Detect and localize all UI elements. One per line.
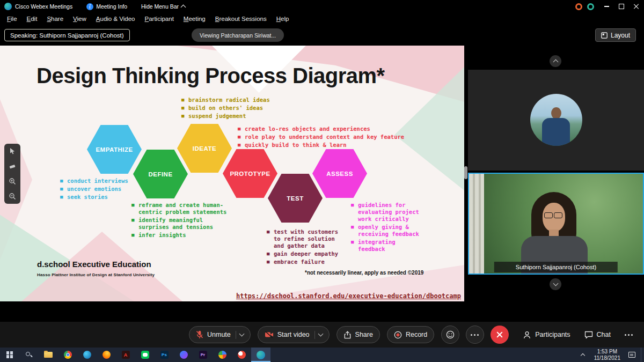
active-speaker-name: Suthiporn Sajjapanroj (Cohost) xyxy=(494,262,618,272)
menu-meeting[interactable]: Meeting xyxy=(179,16,210,22)
chat-icon xyxy=(584,331,593,339)
videos-collapse-button[interactable] xyxy=(550,55,561,67)
hexagon-ideate: IDEATE xyxy=(177,124,232,173)
viewing-text: Viewing Patcharapan Siriwat... xyxy=(200,32,276,39)
bullet-item: gain deeper empathy xyxy=(267,250,347,257)
show-desktop-button[interactable] xyxy=(641,348,644,362)
chevron-down-icon[interactable] xyxy=(239,331,244,337)
unmute-button[interactable]: Unmute xyxy=(189,326,251,343)
minimize-icon xyxy=(604,6,609,7)
zoom-in-button[interactable] xyxy=(6,175,18,187)
tray-expand-button[interactable] xyxy=(576,348,590,362)
viewing-indicator: Viewing Patcharapan Siriwat... xyxy=(192,28,284,42)
speaking-text: Speaking: Suthiporn Sajjapanroj (Cohost) xyxy=(10,32,124,39)
taskbar-google[interactable] xyxy=(213,348,232,362)
minimize-button[interactable] xyxy=(599,0,614,13)
google-icon xyxy=(218,351,226,359)
account-icon[interactable] xyxy=(587,3,594,10)
titlebar: Cisco Webex Meetings Meeting Info Hide M… xyxy=(0,0,644,13)
annotate-pointer-button[interactable] xyxy=(6,145,18,157)
meeting-info-icon xyxy=(86,3,93,10)
hexagon-label: IDEATE xyxy=(193,145,216,152)
ideate-bullets: brainstorm radical ideas build on others… xyxy=(181,97,326,121)
video-tile-participant[interactable] xyxy=(468,70,644,171)
reactions-button[interactable] xyxy=(441,326,459,344)
button-divider xyxy=(314,331,315,339)
participants-label: Participants xyxy=(535,331,570,338)
bullet-item: brainstorm radical ideas xyxy=(181,97,326,104)
share-label: Share xyxy=(355,331,373,338)
speaking-indicator: Speaking: Suthiporn Sajjapanroj (Cohost) xyxy=(4,29,130,41)
taskbar-search-button[interactable] xyxy=(19,348,39,362)
taskbar-webex-active[interactable] xyxy=(251,348,270,362)
action-center-button[interactable] xyxy=(625,348,639,362)
bullet-item: create lo-res objects and experiences xyxy=(238,125,423,132)
avatar-figure xyxy=(542,118,570,146)
more-options-button[interactable] xyxy=(466,326,484,344)
taskbar-line[interactable] xyxy=(135,348,155,362)
videos-next-button[interactable] xyxy=(550,278,561,290)
hexagon-label: TEST xyxy=(287,195,303,202)
start-button[interactable] xyxy=(0,348,19,362)
close-button[interactable] xyxy=(629,0,644,13)
search-icon xyxy=(25,351,33,359)
clock-date: 11/18/2021 xyxy=(594,355,620,361)
more-icon xyxy=(471,334,479,336)
taskbar-firefox[interactable] xyxy=(97,348,116,362)
participants-button[interactable]: Participants xyxy=(523,331,570,339)
chevron-down-icon[interactable] xyxy=(318,331,323,337)
notification-icon xyxy=(628,352,635,358)
chevron-up-icon xyxy=(580,353,584,358)
taskbar-edge[interactable] xyxy=(77,348,97,362)
taskbar-photoshop[interactable] xyxy=(155,348,174,362)
share-button[interactable]: Share xyxy=(336,326,380,343)
empathize-bullets: conduct interviews uncover emotions seek… xyxy=(60,178,141,202)
taskbar-file-explorer[interactable] xyxy=(39,348,58,362)
button-divider xyxy=(236,331,236,339)
avatar-figure xyxy=(551,107,561,119)
bullet-item: openly giving & receiving feedback xyxy=(351,224,423,238)
bullet-item: quickly build to think & learn xyxy=(238,142,423,149)
taskbar-acrobat[interactable] xyxy=(116,348,135,362)
menu-audio-video[interactable]: Audio & Video xyxy=(91,16,140,22)
start-video-label: Start video xyxy=(277,331,310,338)
menu-edit[interactable]: Edit xyxy=(22,16,42,22)
chat-button[interactable]: Chat xyxy=(584,331,611,339)
menu-help[interactable]: Help xyxy=(272,16,294,22)
file-explorer-icon xyxy=(44,352,53,358)
titlebar-right xyxy=(575,0,644,13)
record-button[interactable]: Record xyxy=(387,326,434,343)
taskbar-chrome[interactable] xyxy=(58,348,77,362)
leave-meeting-button[interactable] xyxy=(491,326,509,344)
bullet-item: integrating feedback xyxy=(351,239,423,253)
menu-breakout-sessions[interactable]: Breakout Sessions xyxy=(210,16,272,22)
bullet-item: role play to understand context and key … xyxy=(238,134,423,141)
taskbar-clock[interactable]: 1:53 PM 11/18/2021 xyxy=(590,349,625,361)
panel-resize-handle[interactable] xyxy=(464,166,467,179)
prototype-bullets: create lo-res objects and experiences ro… xyxy=(238,125,423,150)
more-panels-button[interactable] xyxy=(625,334,633,336)
line-icon xyxy=(141,351,149,359)
bullet-item: seek stories xyxy=(60,194,141,201)
zoom-out-button[interactable] xyxy=(6,190,18,202)
maximize-button[interactable] xyxy=(614,0,629,13)
taskbar-gmail[interactable] xyxy=(232,348,251,362)
video-tile-active-speaker[interactable]: Suthiporn Sajjapanroj (Cohost) xyxy=(468,173,644,275)
menu-view[interactable]: View xyxy=(68,16,91,22)
bullet-item: guidelines for evaluating project work c… xyxy=(351,202,423,223)
webex-window: Cisco Webex Meetings Meeting Info Hide M… xyxy=(0,0,644,362)
menu-share[interactable]: Share xyxy=(42,16,68,22)
webex-logo-icon xyxy=(4,3,12,10)
menu-file[interactable]: File xyxy=(2,16,22,22)
start-video-button[interactable]: Start video xyxy=(258,326,330,343)
hide-menu-bar-button[interactable]: Hide Menu Bar xyxy=(141,3,179,10)
annotate-eraser-button[interactable] xyxy=(6,160,18,172)
windows-logo-icon xyxy=(6,351,13,358)
taskbar-premiere[interactable] xyxy=(193,348,213,362)
meeting-info-button[interactable]: Meeting Info xyxy=(96,3,127,10)
menu-participant[interactable]: Participant xyxy=(140,16,179,22)
taskbar-messenger[interactable] xyxy=(174,348,193,362)
layout-button[interactable]: Layout xyxy=(595,28,636,42)
slide-title: Design Thinking Process Diagram* xyxy=(36,64,385,88)
mic-muted-icon xyxy=(196,330,203,339)
